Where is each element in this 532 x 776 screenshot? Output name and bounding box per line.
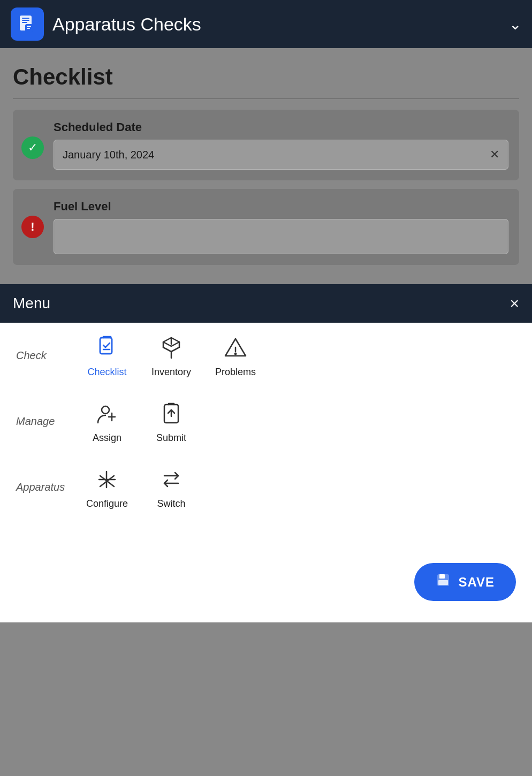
field-input-scheduled-date[interactable]: January 10th, 2024 ✕ [54, 140, 508, 170]
svg-rect-22 [439, 574, 445, 579]
field-input-fuel-level[interactable] [54, 219, 508, 254]
menu-item-assign[interactable]: Assign [86, 399, 128, 444]
svg-point-12 [102, 406, 109, 414]
menu-item-label-checklist: Checklist [87, 367, 126, 378]
field-group-scheduled-date: Scheduled Date January 10th, 2024 ✕ [54, 120, 508, 170]
inventory-icon [157, 333, 186, 362]
menu-items-check: Checklist Inventory [86, 333, 257, 378]
menu-section-check: Check Checklist [16, 333, 516, 383]
menu-overlay: Menu × Check Checklist [0, 284, 532, 622]
svg-rect-6 [27, 28, 30, 29]
menu-section-label-apparatus: Apparatus [16, 481, 86, 493]
field-label-fuel-level: Fuel Level [54, 200, 508, 214]
svg-rect-3 [22, 22, 27, 23]
checklist-icon [93, 333, 121, 362]
menu-item-label-inventory: Inventory [151, 367, 191, 378]
main-content: Checklist ✓ Scheduled Date January 10th,… [0, 48, 532, 284]
app-title: Apparatus Checks [52, 14, 201, 35]
save-icon [436, 573, 451, 591]
menu-section-label-check: Check [16, 349, 86, 362]
save-button-area: SAVE [0, 552, 532, 622]
app-icon [11, 7, 44, 41]
field-group-fuel-level: Fuel Level [54, 200, 508, 254]
svg-point-11 [235, 353, 236, 354]
menu-item-label-assign: Assign [93, 432, 121, 444]
menu-items-apparatus: Configure Switch [86, 465, 193, 509]
menu-item-problems[interactable]: Problems [214, 333, 257, 378]
menu-item-switch[interactable]: Switch [150, 465, 193, 509]
svg-rect-5 [27, 26, 31, 27]
menu-section-manage: Manage Assign [16, 399, 516, 449]
status-icon-error: ! [21, 216, 44, 238]
checklist-item-fuel-level: ! Fuel Level [13, 189, 519, 265]
header-left: Apparatus Checks [11, 7, 201, 41]
svg-rect-7 [100, 338, 112, 354]
menu-section-apparatus: Apparatus Configure [16, 465, 516, 515]
divider [13, 98, 519, 99]
menu-item-checklist[interactable]: Checklist [86, 333, 128, 378]
menu-header: Menu × [0, 284, 532, 323]
menu-item-label-switch: Switch [157, 498, 185, 509]
configure-icon [93, 465, 121, 494]
svg-rect-23 [438, 580, 448, 585]
field-value-scheduled-date: January 10th, 2024 [63, 149, 154, 161]
menu-body: Check Checklist [0, 323, 532, 552]
menu-items-manage: Assign Submit [86, 399, 193, 444]
svg-rect-1 [22, 18, 29, 19]
clear-icon-scheduled-date[interactable]: ✕ [490, 148, 499, 162]
menu-section-label-manage: Manage [16, 415, 86, 428]
save-button[interactable]: SAVE [414, 563, 516, 601]
problems-icon [221, 333, 250, 362]
submit-icon [157, 399, 186, 428]
svg-rect-8 [100, 338, 112, 354]
menu-item-label-submit: Submit [156, 432, 186, 444]
page-title: Checklist [13, 64, 519, 90]
menu-item-label-configure: Configure [86, 498, 128, 509]
assign-icon [93, 399, 121, 428]
menu-item-label-problems: Problems [215, 367, 256, 378]
svg-rect-2 [22, 20, 29, 21]
menu-item-submit[interactable]: Submit [150, 399, 193, 444]
save-button-label: SAVE [458, 575, 495, 590]
menu-item-configure[interactable]: Configure [86, 465, 128, 509]
menu-close-button[interactable]: × [510, 294, 519, 313]
menu-item-inventory[interactable]: Inventory [150, 333, 193, 378]
checklist-item-scheduled-date: ✓ Scheduled Date January 10th, 2024 ✕ [13, 110, 519, 180]
switch-icon [157, 465, 186, 494]
field-label-scheduled-date: Scheduled Date [54, 120, 508, 134]
app-header: Apparatus Checks ⌄ [0, 0, 532, 48]
status-icon-success: ✓ [21, 136, 44, 159]
chevron-down-icon[interactable]: ⌄ [509, 16, 521, 33]
menu-title: Menu [13, 295, 50, 312]
